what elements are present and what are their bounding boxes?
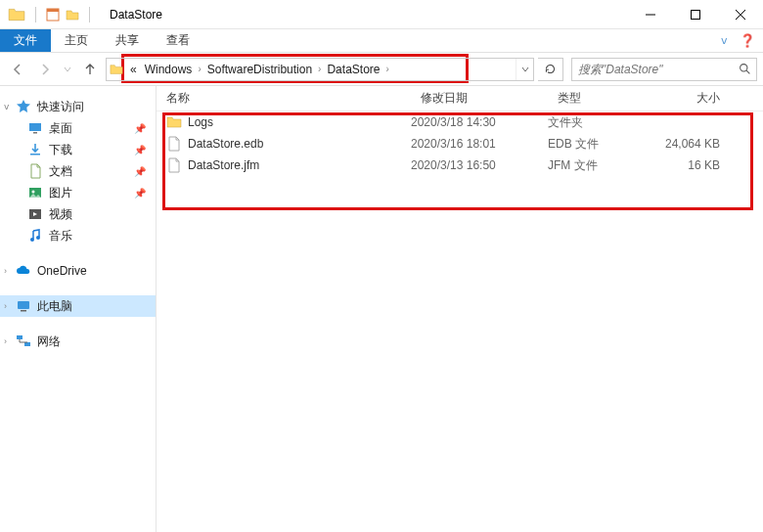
sidebar-thispc[interactable]: › 此电脑 — [0, 295, 156, 317]
pin-icon: 📌 — [134, 188, 146, 199]
sidebar-item-label: 桌面 — [49, 120, 72, 137]
file-row[interactable]: DataStore.jfm2020/3/13 16:50JFM 文件16 KB — [157, 155, 763, 176]
breadcrumb-item[interactable]: SoftwareDistribution — [203, 63, 316, 76]
svg-rect-19 — [24, 342, 30, 346]
maximize-button[interactable] — [673, 0, 718, 29]
computer-icon — [16, 298, 31, 314]
sidebar-item-label: 快速访问 — [37, 99, 84, 115]
column-headers: 名称 修改日期 类型 大小 — [157, 86, 763, 111]
folder-app-icon — [8, 6, 25, 23]
column-type[interactable]: 类型 — [548, 90, 655, 107]
downloads-icon — [27, 142, 43, 157]
chevron-right-icon[interactable]: › — [196, 64, 202, 74]
sidebar-item-pictures[interactable]: 图片📌 — [0, 182, 156, 203]
file-size: 16 KB — [655, 158, 734, 172]
window-title: DataStore — [110, 8, 162, 22]
file-icon — [166, 157, 182, 173]
svg-point-14 — [30, 238, 34, 242]
sidebar-item-label: 下载 — [49, 142, 72, 158]
sidebar-quickaccess[interactable]: ⅴ 快速访问 — [0, 96, 156, 117]
search-input[interactable] — [572, 63, 733, 76]
column-date[interactable]: 修改日期 — [411, 90, 548, 107]
close-button[interactable] — [718, 0, 763, 29]
nav-forward-button[interactable] — [33, 58, 57, 81]
separator — [89, 7, 90, 22]
sidebar-item-downloads[interactable]: 下载📌 — [0, 139, 156, 160]
desktop-icon — [27, 120, 43, 136]
search-box[interactable] — [571, 58, 757, 81]
pin-icon: 📌 — [134, 145, 146, 155]
file-type: 文件夹 — [548, 114, 655, 131]
svg-point-15 — [36, 236, 40, 240]
address-bar[interactable]: « Windows › SoftwareDistribution › DataS… — [106, 58, 534, 81]
sidebar-onedrive[interactable]: › OneDrive — [0, 260, 156, 282]
sidebar-item-label: 视频 — [49, 206, 72, 223]
search-icon[interactable] — [733, 63, 756, 75]
sidebar-item-music[interactable]: 音乐 — [0, 225, 156, 246]
tab-home[interactable]: 主页 — [51, 29, 102, 52]
qat-properties-icon[interactable] — [46, 8, 60, 22]
minimize-button[interactable] — [628, 0, 673, 29]
column-name[interactable]: 名称 — [157, 90, 411, 107]
tab-view[interactable]: 查看 — [153, 29, 203, 52]
sidebar-item-videos[interactable]: 视频 — [0, 203, 156, 225]
tab-share[interactable]: 共享 — [102, 29, 153, 52]
pin-icon: 📌 — [134, 123, 146, 134]
sidebar-item-label: 图片 — [49, 185, 72, 201]
chevron-down-icon[interactable]: ⅴ — [4, 102, 9, 111]
nav-back-button[interactable] — [6, 58, 29, 81]
address-folder-icon — [107, 63, 126, 76]
pictures-icon — [27, 185, 43, 200]
breadcrumb-item[interactable]: Windows — [141, 63, 197, 76]
pin-icon: 📌 — [134, 166, 146, 177]
help-icon[interactable]: ❓ — [740, 33, 755, 48]
svg-rect-9 — [33, 132, 37, 134]
column-size[interactable]: 大小 — [655, 90, 734, 107]
ribbon-tabs: 文件 主页 共享 查看 ⅴ ❓ — [0, 29, 763, 53]
file-name: Logs — [188, 115, 213, 129]
svg-rect-8 — [29, 123, 41, 131]
chevron-right-icon[interactable]: › — [4, 301, 7, 311]
file-view: ︿ 名称 修改日期 类型 大小 Logs2020/3/18 14:30文件夹Da… — [157, 86, 763, 532]
file-row[interactable]: Logs2020/3/18 14:30文件夹 — [157, 111, 763, 133]
refresh-button[interactable] — [538, 58, 563, 81]
svg-line-7 — [746, 70, 749, 73]
svg-rect-1 — [47, 9, 59, 12]
navigation-pane: ⅴ 快速访问 桌面📌下载📌文档📌图片📌视频音乐 › OneDrive › 此电脑 — [0, 86, 157, 532]
nav-recent-dropdown[interactable] — [61, 58, 74, 81]
chevron-right-icon[interactable]: › — [4, 336, 7, 346]
chevron-right-icon[interactable]: › — [383, 64, 390, 74]
sidebar-item-desktop[interactable]: 桌面📌 — [0, 117, 156, 139]
sidebar-item-label: 此电脑 — [37, 298, 72, 315]
navigation-bar: « Windows › SoftwareDistribution › DataS… — [0, 53, 763, 86]
address-dropdown-icon[interactable] — [516, 59, 533, 80]
file-type: EDB 文件 — [548, 136, 655, 153]
separator — [35, 7, 36, 22]
breadcrumb-overflow[interactable]: « — [126, 63, 141, 76]
sidebar-network[interactable]: › 网络 — [0, 331, 156, 352]
sidebar-item-label: 音乐 — [49, 228, 72, 244]
folder-icon — [166, 114, 182, 130]
svg-rect-10 — [30, 154, 40, 155]
file-tab[interactable]: 文件 — [0, 29, 51, 52]
breadcrumb-item[interactable]: DataStore — [323, 63, 383, 76]
file-name: DataStore.edb — [188, 137, 263, 151]
nav-up-button[interactable] — [78, 58, 102, 81]
file-name: DataStore.jfm — [188, 158, 259, 172]
sidebar-item-label: OneDrive — [37, 264, 87, 278]
documents-icon — [27, 163, 43, 179]
videos-icon — [27, 206, 43, 222]
file-row[interactable]: DataStore.edb2020/3/16 18:01EDB 文件24,064… — [157, 133, 763, 155]
file-date: 2020/3/16 18:01 — [411, 137, 548, 151]
svg-point-12 — [32, 191, 35, 194]
sidebar-item-documents[interactable]: 文档📌 — [0, 160, 156, 182]
ribbon-expand-icon[interactable]: ⅴ — [721, 34, 728, 47]
svg-rect-18 — [17, 335, 22, 339]
sidebar-item-label: 文档 — [49, 163, 72, 180]
chevron-right-icon[interactable]: › — [4, 266, 7, 276]
sidebar-item-label: 网络 — [37, 333, 61, 350]
file-type: JFM 文件 — [548, 157, 655, 174]
qat-newfolder-icon[interactable] — [66, 8, 79, 22]
chevron-right-icon[interactable]: › — [316, 64, 323, 74]
file-size: 24,064 KB — [655, 137, 734, 151]
